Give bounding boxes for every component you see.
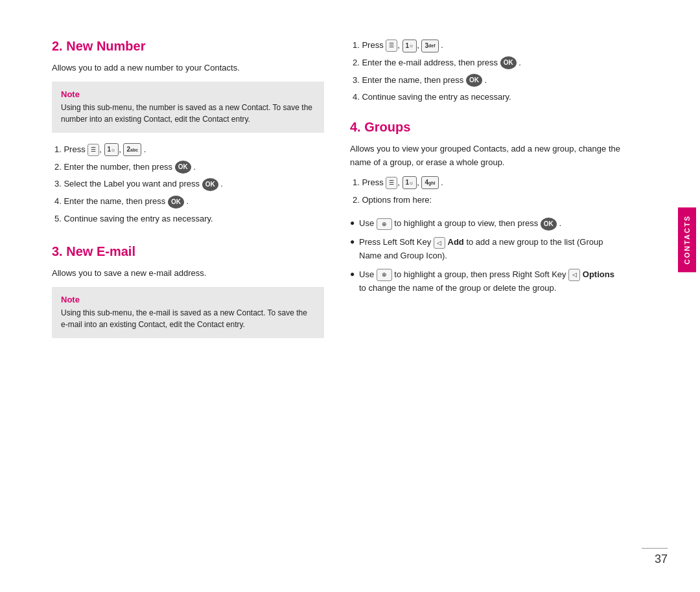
soft-key-add: ◁ bbox=[434, 237, 445, 249]
groups-bullet-list: Use ⊕ to highlight a group to view, then… bbox=[350, 217, 622, 295]
email-step-1: 1. Press ☰, 1☺, 3def . bbox=[350, 39, 622, 52]
new-email-note-text: Using this sub-menu, the e-mail is saved… bbox=[61, 308, 307, 329]
ok-key-2: OK bbox=[202, 178, 218, 191]
section-new-email: 3. New E-mail Allows you to save a new e… bbox=[52, 244, 324, 338]
options-label: Options bbox=[583, 269, 614, 279]
step-2: 2. Enter the number, then press OK . bbox=[52, 161, 324, 174]
new-number-note-label: Note bbox=[61, 89, 315, 99]
new-number-description: Allows you to add a new number to your C… bbox=[52, 62, 324, 75]
groups-menu-key: ☰ bbox=[386, 177, 397, 188]
new-email-note-box: Note Using this sub-menu, the e-mail is … bbox=[52, 287, 324, 338]
new-email-note-label: Note bbox=[61, 295, 315, 304]
sidebar: CONTACTS bbox=[674, 0, 700, 592]
groups-bullet-2: Press Left Soft Key ◁ Add to add a new g… bbox=[350, 236, 622, 263]
left-column: 2. New Number Allows you to add a new nu… bbox=[52, 39, 324, 566]
add-label: Add bbox=[448, 237, 464, 247]
groups-bullet-3: Use ⊕ to highlight a group, then press R… bbox=[350, 268, 622, 295]
new-number-note-box: Note Using this sub-menu, the number is … bbox=[52, 82, 324, 133]
ok-key-email-2: OK bbox=[466, 74, 482, 87]
step-3: 3. Select the Label you want and press O… bbox=[52, 177, 324, 191]
step-5: 5. Continue saving the entry as necessar… bbox=[52, 212, 324, 226]
page-number-area: 37 bbox=[642, 548, 668, 566]
page-content: 2. New Number Allows you to add a new nu… bbox=[0, 0, 700, 592]
soft-key-options: ◁ bbox=[568, 269, 580, 280]
groups-steps: 1. Press ☰, 1☺, 4ghi . 2. Options from h… bbox=[350, 176, 622, 207]
ok-key-1: OK bbox=[175, 161, 191, 174]
menu-key-icon: ☰ bbox=[88, 144, 99, 155]
new-number-steps: 1. Press ☰, 1☺, 2abc . 2. Enter the numb… bbox=[52, 143, 324, 226]
step-4: 4. Enter the name, then press OK . bbox=[52, 195, 324, 209]
email-step-3: 3. Enter the name, then press OK . bbox=[350, 74, 622, 87]
ok-key-3: OK bbox=[168, 196, 184, 209]
groups-key-4: 4ghi bbox=[421, 176, 438, 189]
groups-step-1: 1. Press ☰, 1☺, 4ghi . bbox=[350, 176, 622, 190]
email-key-1: 1☺ bbox=[402, 40, 417, 52]
groups-description: Allows you to view your grouped Contacts… bbox=[350, 142, 622, 170]
email-steps-continued: 1. Press ☰, 1☺, 3def . 2. Enter the e-ma… bbox=[350, 39, 622, 104]
groups-key-1: 1☺ bbox=[402, 176, 417, 189]
ok-key-groups-1: OK bbox=[541, 218, 557, 231]
email-key-3: 3def bbox=[421, 40, 438, 52]
new-email-description: Allows you to save a new e-mail address. bbox=[52, 267, 324, 280]
section-new-number: 2. New Number Allows you to add a new nu… bbox=[52, 39, 324, 226]
email-step-2: 2. Enter the e-mail address, then press … bbox=[350, 56, 622, 70]
groups-heading: 4. Groups bbox=[350, 120, 622, 135]
email-step-4: 4. Continue saving the entry as necessar… bbox=[350, 91, 622, 104]
new-number-heading: 2. New Number bbox=[52, 39, 324, 54]
step-1: 1. Press ☰, 1☺, 2abc . bbox=[52, 143, 324, 157]
new-email-heading: 3. New E-mail bbox=[52, 244, 324, 259]
right-column: 1. Press ☰, 1☺, 3def . 2. Enter the e-ma… bbox=[350, 39, 622, 566]
email-steps: 1. Press ☰, 1☺, 3def . 2. Enter the e-ma… bbox=[350, 39, 622, 104]
page-number: 37 bbox=[655, 552, 668, 565]
nav-key-1: ⊕ bbox=[377, 218, 392, 230]
key-2-icon: 2abc bbox=[123, 143, 141, 156]
new-number-note-text: Using this sub-menu, the number is saved… bbox=[61, 103, 312, 124]
section-groups: 4. Groups Allows you to view your groupe… bbox=[350, 120, 622, 295]
key-1-icon: 1☺ bbox=[104, 143, 119, 156]
ok-key-email-1: OK bbox=[500, 56, 517, 69]
nav-key-2: ⊕ bbox=[377, 269, 392, 280]
email-menu-key: ☰ bbox=[386, 40, 397, 51]
groups-step-2: 2. Options from here: bbox=[350, 194, 622, 207]
groups-bullet-1: Use ⊕ to highlight a group to view, then… bbox=[350, 217, 622, 231]
sidebar-tab: CONTACTS bbox=[678, 207, 696, 272]
page-number-divider bbox=[642, 548, 668, 549]
main-area: 2. New Number Allows you to add a new nu… bbox=[0, 0, 674, 592]
